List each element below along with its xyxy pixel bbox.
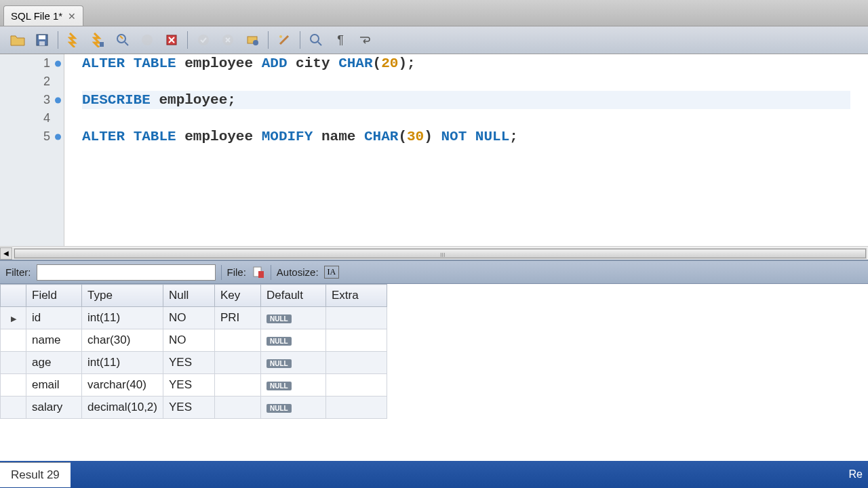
svg-point-6 [142, 35, 153, 45]
breakpoint-dot-icon [55, 134, 61, 140]
table-cell[interactable]: YES [163, 396, 215, 419]
autosize-button[interactable]: IA [324, 266, 340, 279]
commit-button [193, 29, 214, 51]
execute-current-button[interactable] [87, 29, 109, 51]
horizontal-scrollbar[interactable]: ◀ III [0, 246, 868, 260]
find-button[interactable] [305, 29, 327, 51]
svg-point-17 [311, 35, 319, 43]
table-cell[interactable] [326, 329, 387, 352]
table-row[interactable]: namechar(30)NONULL [1, 329, 387, 352]
row-indicator[interactable] [1, 396, 26, 419]
stop-button [136, 29, 158, 51]
table-cell[interactable]: YES [163, 374, 215, 396]
save-button[interactable] [31, 29, 53, 51]
table-cell[interactable] [215, 396, 261, 419]
column-header[interactable]: Key [215, 285, 261, 307]
result-table[interactable]: FieldTypeNullKeyDefaultExtraidint(11)NOP… [0, 284, 387, 419]
wrap-button[interactable] [354, 29, 376, 51]
table-cell[interactable]: age [26, 352, 82, 374]
svg-line-5 [125, 42, 128, 45]
status-right-text: Re [849, 468, 868, 481]
close-icon[interactable]: ✕ [68, 11, 76, 22]
svg-rect-20 [258, 271, 264, 278]
null-badge: NULL [267, 359, 292, 368]
table-cell[interactable]: int(11) [82, 352, 163, 374]
scroll-thumb[interactable]: III [14, 249, 866, 258]
execute-button[interactable] [63, 29, 85, 51]
breakpoint-dot-icon [55, 60, 61, 66]
show-invisible-button[interactable]: ¶ [330, 29, 351, 51]
table-row[interactable]: salarydecimal(10,2)YESNULL [1, 396, 387, 419]
row-indicator[interactable] [1, 352, 26, 374]
table-cell[interactable]: varchar(40) [82, 374, 163, 396]
table-cell[interactable]: NULL [261, 329, 326, 352]
table-cell[interactable]: char(30) [82, 329, 163, 352]
toolbar: ¶ [0, 26, 868, 54]
results-header: Filter: File: Autosize: IA [0, 260, 868, 284]
open-file-button[interactable] [7, 29, 28, 51]
svg-point-15 [253, 40, 258, 45]
filter-label: Filter: [5, 266, 31, 278]
table-cell[interactable]: name [26, 329, 82, 352]
filter-input[interactable] [37, 264, 216, 281]
gutter-line: 3 [0, 91, 64, 109]
export-file-icon[interactable] [252, 266, 265, 279]
stop-all-button[interactable] [161, 29, 182, 51]
code-line[interactable]: DESCRIBE employee; [82, 91, 850, 109]
gutter-line: 2 [0, 73, 64, 91]
table-cell[interactable]: NO [163, 329, 215, 352]
table-cell[interactable] [326, 396, 387, 419]
table-row[interactable]: emailvarchar(40)YESNULL [1, 374, 387, 396]
table-cell[interactable]: NO [163, 307, 215, 329]
table-cell[interactable] [326, 352, 387, 374]
table-row[interactable]: ageint(11)YESNULL [1, 352, 387, 374]
column-header[interactable]: Default [261, 285, 326, 307]
table-cell[interactable] [326, 374, 387, 396]
table-cell[interactable]: decimal(10,2) [82, 396, 163, 419]
column-header[interactable]: Field [26, 285, 82, 307]
table-cell[interactable]: id [26, 307, 82, 329]
column-header[interactable]: Null [163, 285, 215, 307]
table-cell[interactable]: NULL [261, 352, 326, 374]
code-line[interactable] [82, 109, 850, 127]
null-badge: NULL [267, 314, 292, 323]
code-line[interactable] [82, 73, 850, 91]
svg-point-4 [117, 35, 125, 43]
table-cell[interactable]: NULL [261, 396, 326, 419]
row-indicator[interactable] [1, 329, 26, 352]
table-cell[interactable]: PRI [215, 307, 261, 329]
sql-editor[interactable]: 12345 ALTER TABLE employee ADD city CHAR… [0, 54, 868, 246]
null-badge: NULL [267, 404, 292, 413]
table-cell[interactable]: email [26, 374, 82, 396]
result-tab[interactable]: Result 29 [0, 462, 71, 487]
explain-button[interactable] [112, 29, 134, 51]
table-cell[interactable] [326, 307, 387, 329]
row-indicator[interactable] [1, 307, 26, 329]
separator [268, 31, 269, 49]
table-cell[interactable]: YES [163, 352, 215, 374]
beautify-button[interactable] [273, 29, 295, 51]
row-indicator[interactable] [1, 374, 26, 396]
table-cell[interactable]: NULL [261, 307, 326, 329]
gutter-line: 4 [0, 109, 64, 127]
table-cell[interactable] [215, 374, 261, 396]
scroll-track[interactable]: III [14, 248, 867, 259]
svg-point-10 [198, 35, 209, 45]
column-header[interactable]: Type [82, 285, 163, 307]
code-line[interactable]: ALTER TABLE employee ADD city CHAR(20); [82, 54, 850, 73]
autocommit-button[interactable] [241, 29, 263, 51]
table-cell[interactable] [215, 329, 261, 352]
table-cell[interactable] [215, 352, 261, 374]
code-line[interactable]: ALTER TABLE employee MODIFY name CHAR(30… [82, 127, 850, 146]
table-cell[interactable]: NULL [261, 374, 326, 396]
tab-bar: SQL File 1* ✕ [0, 0, 868, 26]
column-header[interactable]: Extra [326, 285, 387, 307]
file-tab[interactable]: SQL File 1* ✕ [3, 5, 83, 26]
table-cell[interactable]: int(11) [82, 307, 163, 329]
scroll-left-arrow[interactable]: ◀ [0, 247, 12, 260]
table-row[interactable]: idint(11)NOPRINULL [1, 307, 387, 329]
code-area[interactable]: ALTER TABLE employee ADD city CHAR(20);D… [64, 54, 868, 246]
table-cell[interactable]: salary [26, 396, 82, 419]
null-badge: NULL [267, 337, 292, 346]
separator [300, 31, 300, 49]
